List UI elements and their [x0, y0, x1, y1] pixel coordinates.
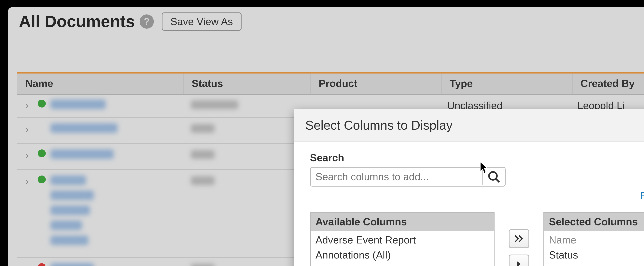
select-columns-modal: Select Columns to Display ✕ Search Resto… — [294, 109, 644, 266]
table-header: Name Status Product Type Created By — [17, 74, 644, 95]
move-buttons-column — [509, 229, 529, 266]
available-columns-body[interactable]: Adverse Event Report Annotations (All) A… — [311, 231, 494, 266]
available-columns-listbox[interactable]: Available Columns Adverse Event Report A… — [310, 212, 494, 266]
app-window: All Documents ? Save View As 1-25 of 696… — [8, 7, 644, 266]
restore-defaults-link[interactable]: Restore defaults — [640, 190, 644, 202]
page-title: All Documents — [19, 12, 135, 31]
add-all-button[interactable] — [509, 229, 529, 248]
list-item[interactable]: Annotations (Anchors) — [311, 262, 494, 266]
selected-columns-listbox[interactable]: Selected Columns Name Status Product Typ… — [544, 212, 644, 266]
column-header-product[interactable]: Product — [311, 74, 442, 94]
selected-columns-header: Selected Columns — [544, 213, 644, 231]
modal-body: Search Restore defaults Available Column… — [294, 142, 644, 266]
save-view-as-button[interactable]: Save View As — [162, 13, 242, 31]
list-item[interactable]: Annotations (All) — [311, 247, 494, 262]
modal-header: Select Columns to Display ✕ — [294, 109, 644, 142]
search-label: Search — [310, 152, 644, 164]
search-button[interactable] — [482, 169, 505, 185]
svg-line-5 — [496, 179, 499, 182]
search-icon — [488, 170, 500, 183]
list-item[interactable]: Product — [544, 262, 644, 266]
double-right-icon — [514, 235, 524, 243]
page-header: All Documents ? Save View As — [8, 7, 644, 36]
right-icon — [516, 260, 522, 266]
column-header-type[interactable]: Type — [442, 74, 572, 94]
column-header-name[interactable]: Name — [17, 74, 184, 94]
list-item[interactable]: Name — [544, 232, 644, 247]
svg-point-4 — [489, 172, 497, 180]
search-input[interactable] — [311, 168, 482, 186]
modal-title: Select Columns to Display — [305, 118, 452, 132]
column-header-status[interactable]: Status — [184, 74, 311, 94]
header-divider — [17, 72, 644, 74]
help-icon[interactable]: ? — [140, 15, 154, 29]
search-field-wrap — [310, 167, 506, 187]
selected-columns-body[interactable]: Name Status Product Type Created By — [544, 231, 644, 266]
columns-area: Available Columns Adverse Event Report A… — [310, 212, 644, 266]
list-item[interactable]: Status — [544, 247, 644, 262]
list-item[interactable]: Adverse Event Report — [311, 232, 494, 247]
add-button[interactable] — [509, 254, 529, 266]
column-header-created-by[interactable]: Created By — [572, 74, 644, 94]
available-columns-header: Available Columns — [311, 213, 494, 231]
